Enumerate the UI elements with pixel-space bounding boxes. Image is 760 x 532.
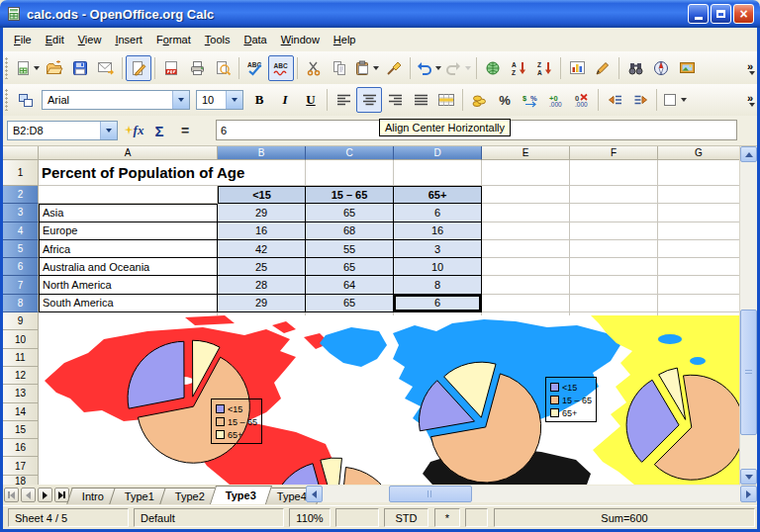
row-header-1[interactable]: 1 <box>3 160 39 186</box>
cell-B7[interactable]: 28 <box>218 276 306 294</box>
cell-D3[interactable]: 6 <box>394 204 482 222</box>
cell-A3[interactable]: Asia <box>39 204 218 222</box>
navigator-button[interactable] <box>648 55 674 81</box>
cell-F8[interactable] <box>570 295 658 312</box>
cell-D6[interactable]: 10 <box>394 258 482 276</box>
underline-button[interactable]: U <box>298 87 324 113</box>
row-header-18[interactable]: 18 <box>3 476 39 485</box>
menu-view[interactable]: View <box>71 31 109 48</box>
cell-C3[interactable]: 65 <box>306 204 394 222</box>
cell-G4[interactable] <box>658 222 740 240</box>
currency-format-button[interactable] <box>466 87 492 113</box>
minimize-button[interactable] <box>688 4 709 24</box>
status-sum[interactable]: Sum=600 <box>494 508 755 527</box>
cell-C1[interactable] <box>306 160 394 186</box>
print-button[interactable] <box>184 55 210 81</box>
cell-C6[interactable]: 65 <box>306 258 394 276</box>
cell-C2[interactable]: 15 – 65 <box>306 186 394 204</box>
menu-window[interactable]: Window <box>274 31 327 48</box>
toolbar-overflow-button[interactable]: » <box>743 61 757 75</box>
menu-data[interactable]: Data <box>237 31 273 48</box>
find-replace-button[interactable] <box>622 55 648 81</box>
cell-A4[interactable]: Europe <box>39 222 218 240</box>
new-document-button[interactable] <box>13 55 42 81</box>
toolbar-grip[interactable] <box>5 57 9 79</box>
corner-header[interactable] <box>3 146 39 160</box>
cell-F2[interactable] <box>570 186 658 204</box>
cell-C4[interactable]: 68 <box>306 222 394 240</box>
bold-button[interactable]: B <box>246 87 272 113</box>
align-center-button[interactable] <box>356 87 382 113</box>
cell-E8[interactable] <box>482 295 570 312</box>
cell-G8[interactable] <box>658 295 740 312</box>
cell-E7[interactable] <box>482 276 570 294</box>
sort-descending-button[interactable]: ZA <box>531 55 557 81</box>
cell-B3[interactable]: 29 <box>218 204 306 222</box>
font-name-select[interactable]: Arial <box>42 90 190 110</box>
align-left-button[interactable] <box>331 87 356 113</box>
cell-B2[interactable]: <15 <box>218 186 306 204</box>
cell-F3[interactable] <box>570 204 658 222</box>
delete-decimal-button[interactable]: 0.000 <box>569 87 595 113</box>
cell-F5[interactable] <box>570 240 658 258</box>
hyperlink-button[interactable] <box>480 55 506 81</box>
cell-B8[interactable]: 29 <box>218 295 306 312</box>
status-insert-mode[interactable] <box>335 508 379 527</box>
copy-button[interactable] <box>327 55 352 81</box>
menu-file[interactable]: File <box>7 31 39 48</box>
decrease-indent-button[interactable] <box>602 87 627 113</box>
chevron-down-icon[interactable] <box>226 91 242 109</box>
row-header-8[interactable]: 8 <box>3 295 39 312</box>
status-sheet[interactable]: Sheet 4 / 5 <box>8 508 129 527</box>
chart-legend[interactable]: <1515 – 6565+ <box>211 399 262 444</box>
open-button[interactable] <box>42 55 67 81</box>
row-header-15[interactable]: 15 <box>3 421 39 439</box>
status-selection-mode[interactable]: STD <box>384 508 428 527</box>
add-decimal-button[interactable]: +0.000 <box>543 87 569 113</box>
cell-E4[interactable] <box>482 222 570 240</box>
chart-object[interactable]: <1515 – 6565+ <1515 – 6565+ <box>39 315 740 485</box>
cell-A7[interactable]: North America <box>39 276 218 294</box>
align-right-button[interactable] <box>382 87 408 113</box>
toolbar-grip[interactable] <box>5 89 9 111</box>
menu-format[interactable]: Format <box>149 31 198 48</box>
toolbar-overflow-button[interactable]: » <box>743 93 757 107</box>
cell-D2[interactable]: 65+ <box>394 186 482 204</box>
cut-button[interactable] <box>301 55 327 81</box>
row-header-10[interactable]: 10 <box>3 330 39 348</box>
cell-A2[interactable] <box>39 186 218 204</box>
edit-file-button[interactable] <box>126 55 151 81</box>
cell-F4[interactable] <box>570 222 658 240</box>
auto-spellcheck-button[interactable]: ABC <box>268 55 294 81</box>
status-page-style[interactable]: Default <box>134 508 284 527</box>
status-zoom[interactable]: 110% <box>289 508 331 527</box>
cell-C8[interactable]: 65 <box>306 295 394 312</box>
row-header-6[interactable]: 6 <box>3 258 39 276</box>
row-header-12[interactable]: 12 <box>3 367 39 385</box>
sheet-tab-type3[interactable]: Type3 <box>210 486 272 504</box>
column-header-G[interactable]: G <box>658 146 740 160</box>
gallery-button[interactable] <box>674 55 700 81</box>
row-header-13[interactable]: 13 <box>3 385 39 402</box>
menu-insert[interactable]: Insert <box>108 31 149 48</box>
cell-E5[interactable] <box>482 240 570 258</box>
row-header-11[interactable]: 11 <box>3 349 39 367</box>
cell-E2[interactable] <box>482 186 570 204</box>
cell-C5[interactable]: 55 <box>306 240 394 258</box>
function-wizard-button[interactable]: fx <box>121 119 146 142</box>
column-header-A[interactable]: A <box>39 146 218 160</box>
menu-help[interactable]: Help <box>327 31 363 48</box>
menu-tools[interactable]: Tools <box>198 31 238 48</box>
name-box[interactable]: B2:D8 <box>7 121 118 140</box>
spellcheck-button[interactable]: ABC <box>242 55 268 81</box>
column-header-F[interactable]: F <box>570 146 658 160</box>
row-header-3[interactable]: 3 <box>3 204 39 222</box>
vertical-scrollbar-thumb[interactable] <box>740 310 757 435</box>
sum-button[interactable]: Σ <box>146 119 172 142</box>
insert-chart-button[interactable] <box>564 55 590 81</box>
chevron-down-icon[interactable] <box>172 91 189 109</box>
cell-C7[interactable]: 64 <box>306 276 394 294</box>
column-header-C[interactable]: C <box>306 146 394 160</box>
percent-format-button[interactable]: % <box>492 87 518 113</box>
horizontal-scrollbar-thumb[interactable] <box>389 486 472 502</box>
